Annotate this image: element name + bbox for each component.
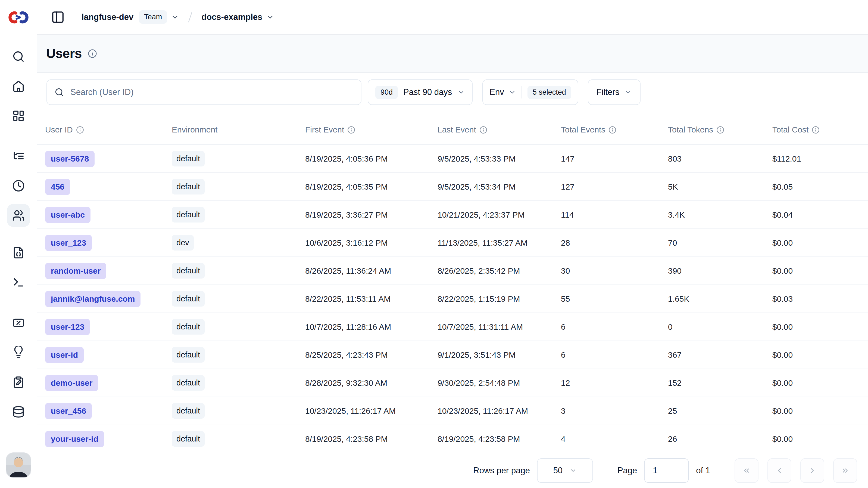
column-header-label: Total Cost (772, 125, 808, 134)
info-icon[interactable] (479, 126, 487, 134)
rows-per-page-value: 50 (553, 466, 562, 476)
sidebar-toggle-icon[interactable] (51, 10, 65, 24)
users-table: User ID EnvironmentFirst Event Last Even… (37, 115, 868, 453)
user-id-badge[interactable]: 456 (45, 179, 70, 195)
table-row: user-iddefault8/25/2025, 4:23:43 PM9/1/2… (37, 341, 868, 369)
table-row: jannik@langfuse.comdefault8/22/2025, 11:… (37, 285, 868, 313)
breadcrumb-project[interactable]: docs-examples (202, 12, 262, 22)
sidebar-item-playground[interactable] (7, 271, 30, 294)
sidebar-item-annotation[interactable] (7, 371, 30, 394)
sidebar-item-llm-judge[interactable] (7, 341, 30, 364)
table-row: user-5678default8/19/2025, 4:05:36 PM9/5… (37, 145, 868, 173)
sidebar-item-sessions[interactable] (7, 174, 30, 197)
column-header-label: Total Events (561, 125, 605, 134)
avatar-image (6, 453, 31, 478)
user-id-badge[interactable]: user_456 (45, 403, 92, 419)
user-id-badge[interactable]: user-5678 (45, 151, 95, 167)
user-id-badge[interactable]: user-abc (45, 207, 91, 223)
evaluation-percent-icon (12, 317, 25, 329)
search-icon (12, 50, 25, 63)
date-range-badge: 90d (375, 86, 398, 99)
sidebar-nav (7, 34, 30, 423)
sidebar-item-prompts[interactable] (7, 241, 30, 264)
user-id-badge[interactable]: user-id (45, 347, 84, 363)
page-label: Page (617, 466, 637, 476)
environment-filter-button[interactable]: Env 5 selected (483, 80, 578, 105)
first-page-button[interactable] (735, 458, 758, 483)
pagination-bar: Rows per page 50 Page of 1 (37, 453, 868, 488)
chevron-down-icon (624, 88, 632, 96)
info-icon[interactable] (76, 126, 84, 134)
table-row: user-abcdefault8/19/2025, 3:36:27 PM10/2… (37, 201, 868, 229)
last-event-cell: 9/5/2025, 4:53:34 PM (437, 182, 561, 192)
table-row: 456default8/19/2025, 4:05:35 PM9/5/2025,… (37, 173, 868, 201)
environment-badge: default (172, 151, 205, 167)
environment-badge: default (172, 319, 205, 335)
total-cost-cell: $0.00 (772, 266, 858, 276)
info-icon[interactable] (812, 126, 819, 134)
next-page-button[interactable] (800, 458, 824, 483)
users-table-body: user-5678default8/19/2025, 4:05:36 PM9/5… (37, 145, 868, 453)
prompts-file-code-icon (12, 247, 25, 259)
total-events-cell: 55 (561, 294, 668, 304)
info-icon[interactable] (609, 126, 616, 134)
langfuse-logo[interactable] (0, 0, 37, 34)
user-id-badge[interactable]: your-user-id (45, 431, 104, 447)
sidebar-item-search[interactable] (7, 45, 30, 68)
sidebar-item-dashboards[interactable] (7, 105, 30, 127)
sidebar-item-evaluation[interactable] (7, 312, 30, 334)
sidebar-item-home[interactable] (7, 75, 30, 98)
info-icon[interactable] (347, 126, 355, 134)
total-cost-cell: $0.04 (772, 210, 858, 220)
page-header: Users (37, 34, 868, 73)
previous-page-button[interactable] (768, 458, 792, 483)
sidebar-item-users[interactable] (7, 204, 30, 227)
environment-badge: default (172, 207, 205, 223)
table-row: user_123dev10/6/2025, 3:16:12 PM11/13/20… (37, 229, 868, 257)
user-avatar[interactable] (6, 453, 31, 478)
environment-badge: default (172, 179, 205, 195)
total-tokens-cell: 0 (668, 322, 772, 332)
date-range-button[interactable]: 90d Past 90 days (368, 80, 473, 105)
langfuse-logo-icon (8, 10, 29, 25)
search-input[interactable] (70, 87, 353, 97)
last-page-button[interactable] (833, 458, 857, 483)
main-area: langfuse-dev Team docs-examples Users 90… (37, 0, 868, 488)
playground-terminal-icon (12, 276, 25, 289)
sidebar-item-datasets[interactable] (7, 400, 30, 423)
info-icon[interactable] (716, 126, 724, 134)
user-id-badge[interactable]: random-user (45, 263, 106, 279)
last-event-cell: 10/7/2025, 11:31:11 AM (437, 322, 561, 332)
first-event-cell: 8/19/2025, 4:05:36 PM (305, 154, 437, 164)
total-tokens-cell: 803 (668, 154, 772, 164)
first-event-cell: 10/7/2025, 11:28:16 AM (305, 322, 437, 332)
table-header-row: User ID EnvironmentFirst Event Last Even… (37, 115, 868, 145)
total-events-cell: 6 (561, 322, 668, 332)
total-events-cell: 147 (561, 154, 668, 164)
user-id-badge[interactable]: demo-user (45, 375, 98, 391)
total-tokens-cell: 5K (668, 182, 772, 192)
sidebar-item-tracing[interactable] (7, 145, 30, 168)
table-row: random-userdefault8/26/2025, 11:36:24 AM… (37, 257, 868, 285)
annotation-clipboard-icon (12, 376, 25, 389)
breadcrumb-org[interactable]: langfuse-dev (82, 12, 133, 22)
chevrons-left-icon (742, 466, 751, 475)
user-id-badge[interactable]: user-123 (45, 319, 90, 335)
user-id-badge[interactable]: user_123 (45, 235, 92, 251)
table-row: user_456default10/23/2025, 11:26:17 AM10… (37, 397, 868, 425)
filters-button[interactable]: Filters (588, 80, 641, 105)
chevron-left-icon (775, 466, 783, 475)
last-event-cell: 9/30/2025, 2:54:48 PM (437, 378, 561, 387)
dashboards-grid-icon (12, 110, 25, 122)
total-tokens-cell: 390 (668, 266, 772, 276)
chevron-down-icon[interactable] (171, 13, 179, 21)
last-event-cell: 11/13/2025, 11:35:27 AM (437, 238, 561, 248)
total-cost-cell: $0.05 (772, 182, 858, 192)
rows-per-page-select[interactable]: 50 (537, 458, 593, 483)
user-id-badge[interactable]: jannik@langfuse.com (45, 291, 141, 307)
info-icon[interactable] (88, 49, 97, 58)
chevron-down-icon[interactable] (266, 13, 274, 21)
tracing-tree-icon (12, 150, 25, 163)
page-number-input[interactable] (644, 458, 689, 483)
environment-badge: default (172, 403, 205, 419)
